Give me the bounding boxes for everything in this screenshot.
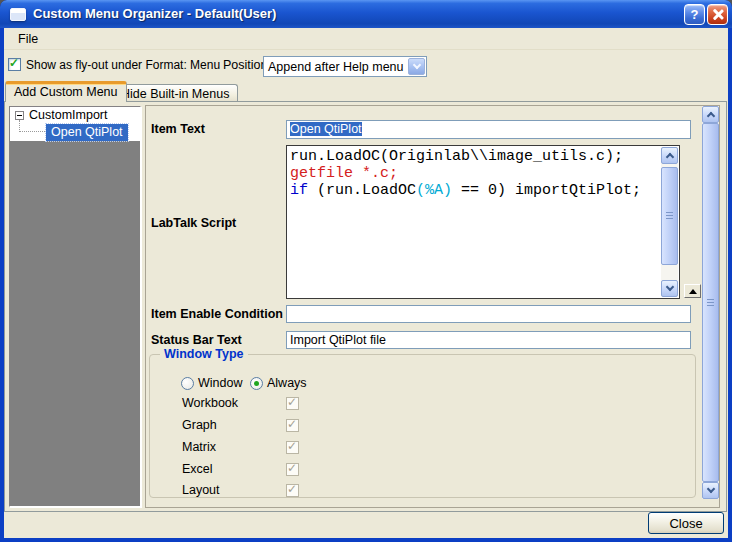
radio-window[interactable] [181,377,194,390]
tab-add-custom-menu[interactable]: Add Custom Menu [5,81,127,102]
checkmark-icon: ✓ [9,56,19,70]
labtalk-script-label: LabTalk Script [151,216,236,230]
scrollbar-grip [666,212,673,221]
close-button[interactable]: Close [648,512,724,534]
item-enable-condition-input[interactable] [286,305,691,323]
page-scrollbar[interactable] [702,106,719,499]
chevron-down-icon [665,283,673,291]
window-type-group: Window Type Window Always Workbook ✓ Gra… [149,354,696,498]
radio-dot-icon [254,381,259,386]
close-icon [712,9,723,20]
item-text-value: Open QtiPlot [290,122,362,136]
position-dropdown[interactable]: Append after Help menu [263,56,427,77]
graph-label: Graph [182,418,217,432]
workbook-label: Workbook [182,396,238,410]
labtalk-script-editor[interactable]: run.LoadOC(Originlab\\image_utils.c);get… [286,145,680,299]
window-title: Custom Menu Organizer - Default(User) [33,0,276,28]
chevron-down-icon [706,485,714,493]
layout-checkbox: ✓ [286,484,299,497]
status-bar-text-input[interactable]: Import QtiPlot file [286,331,691,349]
item-text-label: Item Text [151,122,205,136]
radio-always[interactable] [250,377,263,390]
close-window-button[interactable] [707,4,728,25]
tab-page: CustomImport Open QtiPlot Item Text LabT… [4,101,727,512]
tab-hide-built-in-menus[interactable]: Hide Built-in Menus [112,84,238,102]
menu-file[interactable]: File [12,28,44,50]
menu-bar: File [4,28,728,50]
item-text-input[interactable]: Open QtiPlot [286,120,691,139]
tree-connector-line [19,120,45,132]
scrollbar-grip [707,299,714,308]
script-scrollbar[interactable] [661,147,678,297]
page-scroll-up-button[interactable] [702,106,719,123]
matrix-label: Matrix [182,440,216,454]
chevron-down-icon [412,61,420,69]
help-icon: ? [691,7,699,22]
tree-items-area: CustomImport Open QtiPlot [10,107,140,141]
position-dropdown-value: Append after Help menu [268,59,404,75]
excel-label: Excel [182,462,213,476]
window-type-title: Window Type [160,347,248,361]
labtalk-script-text: run.LoadOC(Originlab\\image_utils.c);get… [290,148,659,296]
status-bar-text-label: Status Bar Text [151,333,242,347]
chevron-up-icon [665,153,673,161]
script-scroll-down-button[interactable] [661,280,678,297]
position-dropdown-button[interactable] [408,58,425,75]
help-button[interactable]: ? [684,4,705,25]
app-window-icon [10,8,26,21]
script-scrollbar-thumb[interactable] [661,167,678,265]
script-expand-button[interactable] [684,284,701,298]
tree-item-open-qtiplot[interactable]: Open QtiPlot [10,124,140,141]
flyout-checkbox-label: Show as fly-out under Format: Menu [26,58,220,72]
page-scroll-down-button[interactable] [702,482,719,499]
layout-label: Layout [182,483,220,497]
matrix-checkbox: ✓ [286,441,299,454]
triangle-up-icon [689,289,697,294]
chevron-up-icon [706,112,714,120]
custom-menu-tree: CustomImport Open QtiPlot [9,106,141,507]
collapse-expander-icon[interactable] [15,111,24,120]
item-enable-condition-label: Item Enable Condition [151,307,283,321]
status-bar-text-value: Import QtiPlot file [290,333,386,347]
radio-always-label: Always [267,376,307,390]
graph-checkbox: ✓ [286,419,299,432]
page-scrollbar-thumb[interactable] [702,123,719,482]
radio-window-label: Window [198,376,242,390]
custom-menu-organizer-dialog: Custom Menu Organizer - Default(User) ? … [0,0,732,542]
excel-checkbox: ✓ [286,463,299,476]
flyout-checkbox[interactable]: ✓ [8,58,21,71]
position-label: Position [223,58,267,72]
workbook-checkbox: ✓ [286,397,299,410]
title-bar: Custom Menu Organizer - Default(User) ? [0,0,732,28]
script-scroll-up-button[interactable] [661,147,678,164]
